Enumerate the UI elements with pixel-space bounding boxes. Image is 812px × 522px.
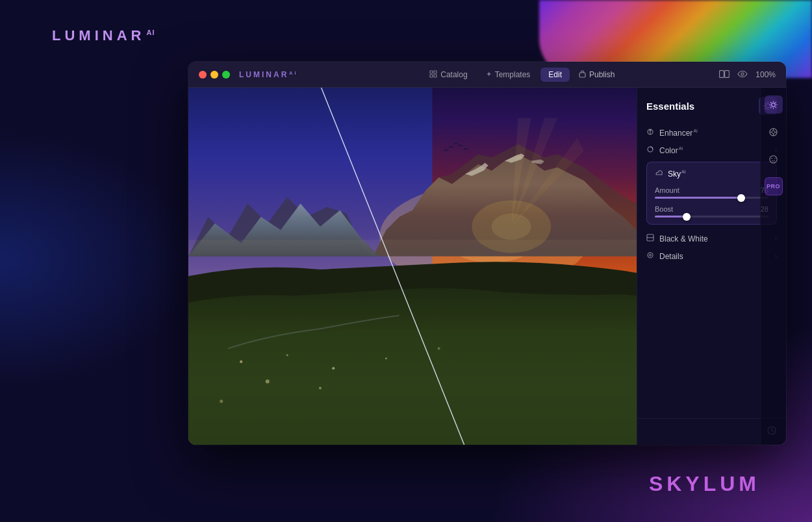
tab-catalog[interactable]: Catalog — [422, 68, 475, 82]
svg-line-50 — [776, 106, 776, 107]
amount-slider-thumb[interactable] — [737, 194, 745, 202]
boost-slider-thumb[interactable] — [683, 213, 691, 221]
svg-rect-2 — [430, 75, 433, 77]
svg-rect-1 — [434, 71, 437, 73]
sidebar-essentials-icon[interactable] — [765, 95, 783, 114]
sky-panel: Sky AI Amount 76 — [646, 162, 777, 225]
svg-point-54 — [772, 130, 775, 134]
traffic-lights — [199, 71, 230, 79]
details-tool-row[interactable]: Details › — [646, 247, 777, 265]
sidebar-pro-badge[interactable]: PRO — [765, 177, 783, 195]
app-title: LUMINAR AI — [239, 70, 298, 79]
luminar-logo: LUMINAR AI — [52, 27, 155, 44]
catalog-icon — [429, 70, 437, 79]
edit-label: Edit — [548, 70, 562, 79]
close-button[interactable] — [199, 71, 207, 79]
app-window: LUMINAR AI Catalog ✦ Templates — [188, 62, 786, 445]
boost-slider-row: Boost 28 — [655, 205, 768, 218]
amount-slider-row: Amount 76 — [655, 186, 768, 199]
svg-line-52 — [770, 106, 771, 107]
templates-icon: ✦ — [486, 70, 492, 79]
essentials-title: Essentials — [646, 101, 694, 112]
photo-canvas — [188, 88, 637, 445]
left-glow-decoration — [0, 130, 195, 390]
enhancer-icon — [646, 128, 654, 138]
color-label: Color AI — [659, 146, 683, 155]
sidebar-portrait-icon[interactable] — [765, 150, 783, 168]
sky-icon — [655, 169, 663, 179]
tab-templates[interactable]: ✦ Templates — [478, 68, 539, 82]
title-bar: LUMINAR AI Catalog ✦ Templates — [188, 62, 786, 88]
tab-edit[interactable]: Edit — [540, 68, 570, 82]
color-tool-row[interactable]: Color AI › — [646, 142, 777, 159]
logo-ai-badge: AI — [146, 29, 155, 36]
sky-panel-header: Sky AI — [655, 169, 768, 179]
maximize-button[interactable] — [222, 71, 230, 79]
svg-point-15 — [286, 354, 288, 356]
panel-sidebar: PRO — [760, 88, 786, 445]
svg-point-17 — [385, 358, 387, 360]
svg-point-44 — [772, 103, 776, 106]
logo-text: LUMINAR — [52, 27, 145, 44]
svg-rect-6 — [725, 70, 730, 77]
sky-panel-title: Sky AI — [668, 169, 686, 179]
svg-point-18 — [438, 347, 440, 350]
svg-rect-4 — [579, 73, 585, 77]
svg-point-21 — [220, 399, 223, 403]
view-split-icon[interactable] — [719, 69, 730, 80]
svg-point-19 — [266, 380, 270, 384]
svg-line-51 — [776, 102, 776, 103]
tab-publish[interactable]: Publish — [572, 68, 621, 82]
main-area: Essentials — [188, 88, 786, 445]
amount-slider-track[interactable] — [655, 197, 768, 199]
templates-label: Templates — [495, 70, 531, 79]
nav-tabs: Catalog ✦ Templates Edit Publish — [324, 68, 719, 82]
publish-icon — [579, 70, 586, 79]
color-icon — [646, 145, 654, 155]
bw-label: Black & White — [659, 234, 708, 243]
sidebar-palette-icon[interactable] — [765, 123, 783, 141]
svg-point-61 — [774, 158, 776, 159]
enhancer-label: Enhancer AI — [659, 129, 698, 138]
svg-line-49 — [770, 102, 771, 103]
eye-icon[interactable] — [737, 69, 748, 80]
svg-rect-26 — [188, 240, 637, 256]
amount-label: Amount — [655, 186, 679, 194]
landscape-image — [188, 88, 637, 445]
svg-point-42 — [650, 255, 652, 256]
enhancer-tool-row[interactable]: Enhancer AI › — [646, 124, 777, 142]
svg-rect-5 — [720, 70, 724, 77]
catalog-label: Catalog — [440, 70, 467, 79]
minimize-button[interactable] — [210, 71, 218, 79]
skylum-brand: SKYLUM — [649, 472, 760, 496]
zoom-level[interactable]: 100% — [755, 70, 776, 79]
svg-rect-3 — [434, 75, 437, 77]
panel-title: Essentials — [646, 97, 777, 115]
boost-label: Boost — [655, 205, 673, 213]
svg-point-16 — [332, 367, 335, 369]
app-title-text: LUMINAR — [239, 70, 288, 79]
svg-point-7 — [741, 73, 744, 75]
details-label: Details — [659, 252, 683, 261]
boost-slider-track[interactable] — [655, 216, 768, 218]
bw-icon — [646, 234, 654, 243]
svg-point-14 — [240, 360, 242, 363]
svg-point-60 — [771, 158, 772, 159]
title-bar-right: 100% — [719, 69, 776, 80]
svg-point-59 — [770, 155, 777, 162]
details-icon — [646, 251, 654, 261]
svg-rect-0 — [430, 71, 433, 73]
svg-point-20 — [319, 387, 322, 390]
publish-label: Publish — [589, 70, 615, 79]
bw-tool-row[interactable]: Black & White › — [646, 230, 777, 247]
svg-point-41 — [648, 253, 653, 258]
app-title-ai: AI — [289, 71, 298, 75]
